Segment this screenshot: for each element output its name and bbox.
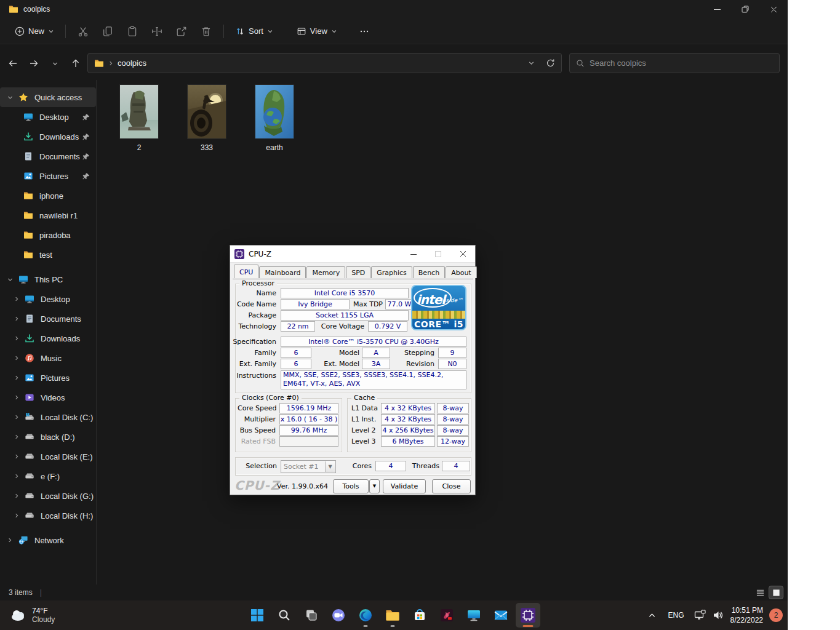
sidebar-label: Documents bbox=[41, 314, 81, 324]
cut-button[interactable] bbox=[71, 21, 95, 42]
cpuz-taskbar-button[interactable] bbox=[516, 603, 540, 628]
sidebar-item-downloads[interactable]: Downloads bbox=[0, 127, 96, 146]
sidebar-label: This PC bbox=[34, 275, 63, 284]
taskbar: 74°F Cloudy ENG 10:51 PM 8/22/2022 bbox=[0, 600, 788, 630]
sidebar-item-pictures[interactable]: Pictures bbox=[0, 166, 96, 186]
breadcrumb[interactable]: coolpics bbox=[118, 58, 146, 68]
file-item[interactable]: earth bbox=[250, 85, 299, 152]
sidebar-item-nawilebi-r1[interactable]: nawilebi r1 bbox=[0, 205, 96, 225]
sidebar-item-pc-downloads[interactable]: Downloads bbox=[0, 329, 96, 348]
task-view-button[interactable] bbox=[299, 603, 324, 628]
remote-desktop-button[interactable] bbox=[462, 603, 486, 628]
sidebar-item-local-disk-e[interactable]: Local Disk (E:) bbox=[0, 447, 96, 466]
view-button[interactable]: View bbox=[290, 21, 343, 42]
rename-button[interactable] bbox=[145, 21, 169, 42]
minimize-button[interactable] bbox=[703, 0, 731, 18]
search-box[interactable] bbox=[569, 53, 780, 73]
maximize-button[interactable] bbox=[731, 0, 759, 18]
sidebar-item-desktop[interactable]: Desktop bbox=[0, 107, 96, 127]
chat-button[interactable] bbox=[326, 603, 351, 628]
tab-memory[interactable]: Memory bbox=[306, 266, 345, 278]
tray-chevron-button[interactable] bbox=[646, 612, 658, 620]
combo-dropdown-icon: ▼ bbox=[325, 461, 335, 472]
tab-bench[interactable]: Bench bbox=[413, 266, 445, 278]
cpuz-app-icon bbox=[521, 608, 535, 623]
paste-button[interactable] bbox=[120, 21, 145, 42]
sidebar-item-e-f[interactable]: e (F:) bbox=[0, 466, 96, 486]
language-indicator[interactable]: ENG bbox=[665, 611, 688, 620]
navigation-pane: Quick access Desktop Downloads Documents… bbox=[0, 80, 97, 584]
l1-data-way: 8-way bbox=[437, 403, 469, 413]
mail-button[interactable] bbox=[489, 603, 513, 628]
sidebar-item-test[interactable]: test bbox=[0, 245, 96, 265]
code-name-label: Code Name bbox=[233, 299, 276, 309]
sidebar-item-iphone[interactable]: iphone bbox=[0, 186, 96, 205]
tools-dropdown-button[interactable]: ▼ bbox=[369, 479, 380, 493]
cpuz-minimize-button[interactable] bbox=[401, 245, 426, 262]
sidebar-item-local-disk-g[interactable]: Local Disk (G:) bbox=[0, 486, 96, 506]
network-button[interactable] bbox=[694, 610, 706, 621]
up-button[interactable] bbox=[65, 54, 86, 73]
mail-icon bbox=[494, 608, 508, 623]
maximize-icon bbox=[435, 251, 441, 257]
cpuz-maximize-button[interactable] bbox=[426, 245, 450, 262]
share-button[interactable] bbox=[169, 21, 194, 42]
tab-graphics[interactable]: Graphics bbox=[371, 266, 412, 278]
recent-locations-button[interactable] bbox=[44, 54, 65, 73]
tab-about[interactable]: About bbox=[446, 266, 477, 278]
chevron-right-icon bbox=[14, 512, 20, 519]
address-row: coolpics bbox=[0, 52, 788, 75]
sort-button-label: Sort bbox=[249, 26, 263, 36]
details-view-button[interactable] bbox=[753, 586, 767, 599]
sidebar-item-pc-documents[interactable]: Documents bbox=[0, 309, 96, 329]
sidebar-item-pc-pictures[interactable]: Pictures bbox=[0, 368, 96, 388]
copy-button[interactable] bbox=[95, 21, 120, 42]
volume-button[interactable] bbox=[713, 610, 724, 621]
search-button[interactable] bbox=[272, 603, 297, 628]
validate-button[interactable]: Validate bbox=[383, 479, 426, 493]
cpuz-close-dialog-button[interactable]: Close bbox=[432, 479, 471, 493]
file-explorer-button[interactable] bbox=[380, 603, 405, 628]
file-item[interactable]: 2 bbox=[114, 85, 164, 152]
sidebar-item-pc-desktop[interactable]: Desktop bbox=[0, 289, 96, 309]
search-input[interactable] bbox=[590, 58, 762, 68]
folder-icon bbox=[23, 210, 33, 220]
clock[interactable]: 10:51 PM 8/22/2022 bbox=[730, 605, 763, 625]
refresh-icon[interactable] bbox=[546, 58, 555, 68]
file-item[interactable]: 333 bbox=[182, 85, 231, 152]
sidebar-item-quick-access[interactable]: Quick access bbox=[0, 87, 96, 107]
sidebar-item-network[interactable]: Network bbox=[0, 530, 96, 550]
tab-mainboard[interactable]: Mainboard bbox=[259, 266, 306, 278]
delete-button[interactable] bbox=[194, 21, 218, 42]
sidebar-item-local-disk-c[interactable]: Local Disk (C:) bbox=[0, 407, 96, 427]
weather-widget[interactable]: 74°F Cloudy bbox=[6, 604, 58, 626]
store-button[interactable] bbox=[407, 603, 432, 628]
address-bar[interactable]: coolpics bbox=[87, 53, 562, 73]
sort-button[interactable]: Sort bbox=[229, 21, 279, 42]
edge-button[interactable] bbox=[353, 603, 378, 628]
back-button[interactable] bbox=[2, 54, 23, 73]
package-label: Package bbox=[233, 310, 276, 321]
sidebar-item-this-pc[interactable]: This PC bbox=[0, 269, 96, 289]
thumbnail-view-button[interactable] bbox=[769, 586, 783, 599]
sidebar-item-local-disk-h[interactable]: Local Disk (H:) bbox=[0, 506, 96, 525]
weather-condition: Cloudy bbox=[32, 615, 55, 624]
close-button[interactable] bbox=[759, 0, 788, 18]
tab-cpu[interactable]: CPU bbox=[234, 265, 258, 278]
tab-spd[interactable]: SPD bbox=[346, 266, 370, 278]
cpuz-close-button[interactable] bbox=[450, 245, 475, 262]
sidebar-item-documents[interactable]: Documents bbox=[0, 146, 96, 166]
tools-button[interactable]: Tools bbox=[333, 479, 369, 493]
socket-selector[interactable]: Socket #1 ▼ bbox=[281, 460, 336, 473]
see-more-button[interactable] bbox=[352, 21, 377, 42]
new-button[interactable]: New bbox=[9, 21, 60, 42]
notification-badge[interactable]: 2 bbox=[769, 608, 783, 622]
sidebar-item-pc-music[interactable]: Music bbox=[0, 348, 96, 368]
sidebar-item-black-d[interactable]: black (D:) bbox=[0, 427, 96, 447]
sidebar-item-piradoba[interactable]: piradoba bbox=[0, 225, 96, 245]
game-app-button[interactable] bbox=[434, 603, 459, 628]
forward-button[interactable] bbox=[23, 54, 44, 73]
address-dropdown-chevron-icon[interactable] bbox=[528, 60, 535, 66]
sidebar-item-pc-videos[interactable]: Videos bbox=[0, 388, 96, 407]
start-button[interactable] bbox=[245, 603, 270, 628]
